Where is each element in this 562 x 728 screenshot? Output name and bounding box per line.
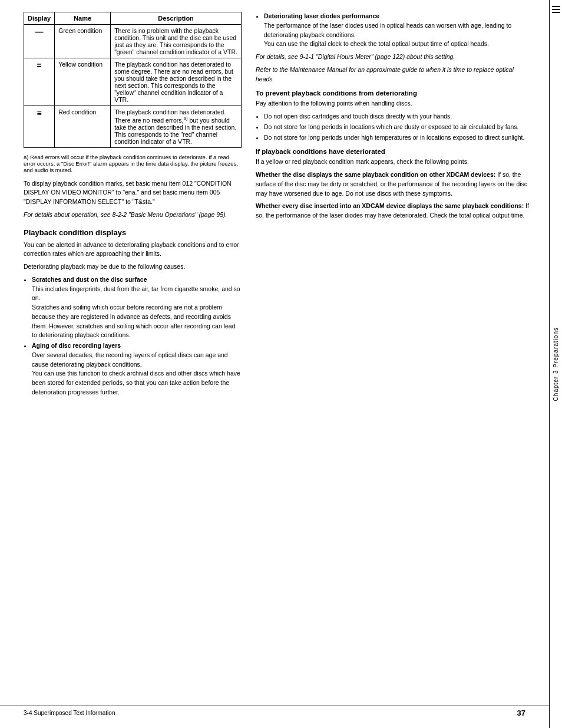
prevent-bullet-list: Do not open disc cartridges and touch di… (264, 112, 531, 142)
table-desc-cell-2: The playback condition has deteriorated.… (111, 106, 242, 148)
table-desc-cell-1: The playback condition has deteriorated … (111, 58, 242, 106)
col-header-description: Description (111, 12, 242, 25)
if-items-container: Whether the disc displays the same playb… (256, 170, 531, 220)
table-display-cell-0: — (24, 25, 55, 58)
if-intro: If a yellow or red playback condition ma… (256, 157, 531, 167)
if-item-0: Whether the disc displays the same playb… (256, 170, 531, 198)
table-display-cell-1: = (24, 58, 55, 106)
laser-bullet-list: Deteriorating laser diodes performance T… (264, 12, 531, 49)
col-header-display: Display (24, 12, 55, 25)
body-para-2-italic: For details about operation, see 8-2-2 "… (24, 210, 242, 220)
playback-para2: Deteriorating playback may be due to the… (24, 262, 242, 272)
side-tab-decoration (552, 6, 560, 13)
prevent-intro: Pay attention to the following points wh… (256, 99, 531, 108)
table-footnote: a) Read errors will occur if the playbac… (24, 154, 242, 173)
prevent-bullet-1: Do not store for long periods in locatio… (264, 123, 531, 132)
playback-bullet-1: Aging of disc recording layersOver sever… (32, 341, 242, 397)
if-title: If playback conditions have deteriorated (256, 148, 531, 155)
condition-table: Display Name Description —Green conditio… (24, 12, 242, 148)
footer-left: 3-4 Superimposed Text Information (24, 710, 115, 716)
laser-bullet-item: Deteriorating laser diodes performance T… (264, 12, 531, 49)
side-tab: Chapter 3 Preparations (549, 0, 562, 728)
table-display-cell-2: ≡ (24, 106, 55, 148)
playback-intro: You can be alerted in advance to deterio… (24, 241, 242, 259)
prevent-bullet-0: Do not open disc cartridges and touch di… (264, 112, 531, 121)
table-name-cell-0: Green condition (55, 25, 111, 58)
body-para-1: To display playback condition marks, set… (24, 179, 242, 207)
playback-bullet-0: Scratches and dust on the disc surfaceTh… (32, 275, 242, 340)
col-header-name: Name (55, 12, 111, 25)
playback-bullet-list: Scratches and dust on the disc surfaceTh… (32, 275, 242, 397)
laser-bullet-heading: Deteriorating laser diodes performance (264, 12, 379, 19)
right-column: Deteriorating laser diodes performance T… (256, 12, 531, 401)
table-desc-cell-0: There is no problem with the playback co… (111, 25, 242, 58)
playback-section-title: Playback condition displays (24, 228, 242, 237)
side-tab-label: Chapter 3 Preparations (553, 327, 559, 401)
prevent-title: To prevent playback conditions from dete… (256, 90, 531, 97)
left-column: Display Name Description —Green conditio… (24, 12, 242, 401)
right-italic-2: Refer to the Maintenance Manual for an a… (256, 65, 531, 84)
laser-bullet-text: The performance of the laser diodes used… (264, 22, 511, 48)
footer-page-number: 37 (517, 709, 525, 717)
table-name-cell-2: Red condition (55, 106, 111, 148)
table-name-cell-1: Yellow condition (55, 58, 111, 106)
footer-bar: 3-4 Superimposed Text Information 37 (0, 706, 549, 717)
if-item-1: Whether every disc inserted into an XDCA… (256, 202, 531, 220)
right-italic-1: For details, see 9-1-1 "Digital Hours Me… (256, 52, 531, 62)
prevent-bullet-2: Do not store for long periods under high… (264, 133, 531, 143)
